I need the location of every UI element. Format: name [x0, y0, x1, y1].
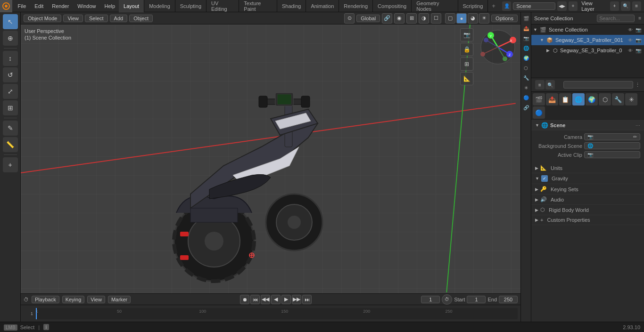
select-menu[interactable]: Select — [85, 15, 108, 22]
scene-browse-icon[interactable]: + — [569, 1, 578, 11]
constraints-props-icon[interactable]: 🔗 — [522, 103, 530, 112]
render-region-button[interactable]: 📐 — [460, 72, 473, 85]
record-button[interactable]: ⏺ — [240, 295, 249, 304]
shading-wireframe[interactable]: ▢ — [445, 13, 455, 24]
camera-eyedropper-icon[interactable]: ✏ — [633, 134, 637, 139]
jump-start-button[interactable]: ⏮ — [250, 295, 260, 304]
measure-tool-button[interactable]: 📏 — [3, 137, 18, 152]
tab-shading[interactable]: Shading — [277, 0, 306, 12]
timeline-view-menu[interactable]: View — [87, 296, 105, 303]
expand-segway-001[interactable]: ▼ — [540, 38, 545, 42]
timeline-ruler[interactable]: 1 50 100 150 200 250 — [35, 308, 518, 319]
modifiers-props-icon[interactable]: 🔧 — [522, 73, 530, 82]
render-segway-001-btn[interactable]: 📷 — [635, 38, 642, 43]
outliner-search-input[interactable] — [597, 15, 635, 22]
outliner-filter-icon[interactable]: ≡ — [638, 16, 641, 21]
view-layer-browse-icon[interactable]: + — [610, 1, 619, 11]
expand-scene-collection[interactable]: ▼ — [533, 27, 539, 32]
search-icon[interactable]: 🔍 — [621, 1, 630, 11]
view-menu[interactable]: View — [63, 15, 83, 22]
scene-section-header[interactable]: ▼ 🌐 Scene ⋯ — [531, 121, 644, 130]
render-scene-collection-btn[interactable]: 📷 — [635, 27, 642, 32]
play-button[interactable]: ▶ — [281, 295, 291, 304]
filter-icon[interactable]: ≡ — [632, 1, 641, 11]
menu-help[interactable]: Help — [100, 2, 119, 10]
object-tab[interactable]: ⬡ — [599, 93, 611, 105]
tab-sculpting[interactable]: Sculpting — [175, 0, 206, 12]
render-segway-mesh-btn[interactable]: 📷 — [635, 48, 642, 53]
outliner-item-segway-001[interactable]: ▼ 📦 Segway_SE_3_Patroller_001 👁 📷 — [531, 35, 644, 45]
scene-tab[interactable]: 🌐 — [572, 93, 585, 105]
output-tab[interactable]: 📤 — [546, 93, 558, 105]
view-layer-props-icon[interactable]: 📷 — [522, 34, 530, 42]
gravity-section-header[interactable]: ▼ ✓ Gravity — [531, 173, 644, 184]
audio-section-header[interactable]: ▶ 🔊 Audio — [531, 194, 644, 205]
hide-segway-001-btn[interactable]: 👁 — [627, 38, 634, 43]
tab-geometry-nodes[interactable]: Geometry Nodes — [412, 0, 458, 12]
hide-segway-mesh-btn[interactable]: 👁 — [627, 48, 634, 53]
shading-solid[interactable]: ● — [456, 13, 467, 24]
camera-value[interactable]: 📷 ✏ — [584, 133, 640, 140]
outliner-item-segway-mesh[interactable]: ▶ ⬡ Segway_SE_3_Patroller_0 👁 📷 — [531, 45, 644, 56]
view-layer-tab[interactable]: 📋 — [559, 93, 571, 105]
tab-scripting[interactable]: Scripting — [458, 0, 488, 12]
scene-section-options[interactable]: ⋯ — [636, 123, 640, 128]
step-forward-button[interactable]: ▶▶ — [292, 295, 301, 304]
jump-end-button[interactable]: ⏭ — [302, 295, 312, 304]
custom-props-section-header[interactable]: ▶ + Custom Properties — [531, 215, 644, 225]
tab-uv-editing[interactable]: UV Editing — [206, 0, 239, 12]
xray-toggle[interactable]: ☐ — [431, 13, 441, 24]
options-button[interactable]: Options — [491, 15, 518, 22]
tab-texture-paint[interactable]: Texture Paint — [239, 0, 277, 12]
rotate-tool-button[interactable]: ↺ — [3, 67, 18, 82]
modifier-tab[interactable]: 🔧 — [612, 93, 624, 105]
camera-view-button[interactable]: 📷 — [460, 28, 473, 41]
scale-tool-button[interactable]: ⤢ — [3, 84, 18, 99]
step-back-button[interactable]: ◀ — [271, 295, 281, 304]
object-props-icon[interactable]: ⬡ — [522, 64, 530, 72]
marker-menu[interactable]: Marker — [108, 296, 131, 303]
background-scene-value[interactable]: 🌐 — [584, 142, 640, 149]
world-tab[interactable]: 🌍 — [586, 93, 598, 105]
active-clip-value[interactable]: 📷 — [584, 151, 640, 158]
proportional-edit-icon[interactable]: ◉ — [394, 13, 405, 24]
scene-name-input[interactable] — [513, 2, 555, 10]
move-tool-button[interactable]: ↕ — [3, 51, 18, 66]
viewport-gizmo[interactable]: X Y Z — [479, 28, 517, 66]
transform-pivot-icon[interactable]: ⊙ — [344, 13, 355, 24]
show-gizmo-icon[interactable]: ⊞ — [406, 13, 417, 24]
prev-keyframe-button[interactable]: ◀◀ — [261, 295, 270, 304]
units-section-header[interactable]: ▶ 📐 Units — [531, 163, 644, 173]
end-frame-input[interactable] — [499, 296, 518, 303]
tab-compositing[interactable]: Compositing — [373, 0, 412, 12]
playback-menu[interactable]: Playback — [32, 296, 59, 303]
physics-props-icon[interactable]: 🔵 — [522, 93, 530, 102]
render-tab[interactable]: 🎬 — [533, 93, 545, 105]
snap-icon[interactable]: 🔗 — [382, 13, 392, 24]
frame-all-button[interactable]: ⊞ — [460, 57, 473, 71]
shading-rendered[interactable]: ☀ — [479, 13, 489, 24]
cursor-tool-button[interactable]: ⊕ — [3, 31, 18, 46]
current-frame-input[interactable] — [421, 296, 440, 303]
annotate-tool-button[interactable]: ✎ — [3, 121, 18, 136]
add-workspace-button[interactable]: + — [488, 1, 499, 10]
menu-file[interactable]: File — [14, 2, 30, 10]
mode-selector[interactable]: Object Mode — [24, 15, 61, 22]
particles-tab[interactable]: ✳ — [625, 93, 637, 105]
render-props-icon[interactable]: 🎬 — [522, 14, 530, 23]
tab-modeling[interactable]: Modeling — [144, 0, 175, 12]
shading-material[interactable]: ◕ — [468, 13, 478, 24]
gravity-checkbox[interactable]: ✓ — [541, 175, 548, 182]
menu-render[interactable]: Render — [48, 2, 73, 10]
outliner-item-scene-collection[interactable]: ▼ 🎬 Scene Collection 👁 📷 — [531, 24, 644, 35]
add-menu[interactable]: Add — [110, 15, 128, 22]
add-tool-button[interactable]: + — [3, 157, 18, 172]
tab-rendering[interactable]: Rendering — [339, 0, 373, 12]
physics-tab[interactable]: 🔵 — [533, 106, 545, 119]
lock-camera-button[interactable]: 🔒 — [460, 43, 473, 56]
object-menu[interactable]: Object — [129, 15, 153, 22]
select-tool-button[interactable]: ↖ — [3, 14, 18, 29]
world-props-icon[interactable]: 🌍 — [522, 54, 530, 62]
keying-sets-section-header[interactable]: ▶ 🔑 Keying Sets — [531, 184, 644, 194]
keying-menu[interactable]: Keying — [62, 296, 85, 303]
